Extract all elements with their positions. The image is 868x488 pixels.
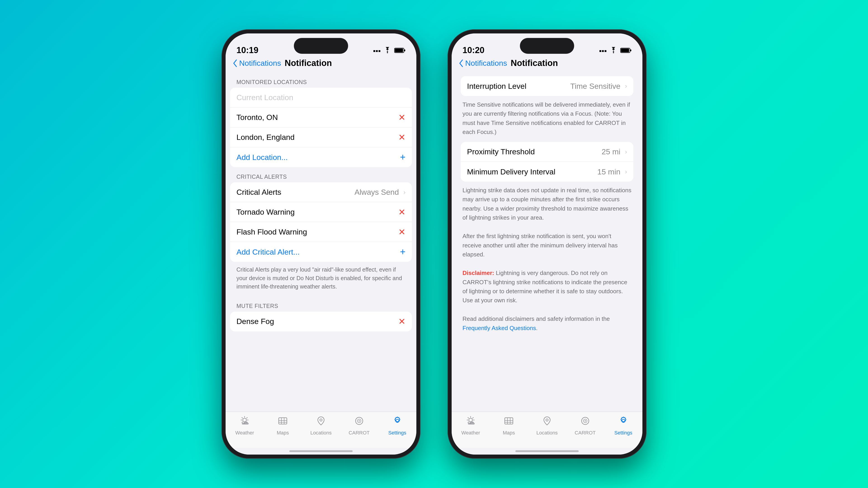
tab-carrot-label-1: CARROT [348, 430, 370, 436]
delivery-desc1-text: Lightning strike data does not update in… [463, 187, 631, 221]
tab-locations-2[interactable]: Locations [528, 416, 566, 436]
delete-toronto-btn[interactable]: ✕ [398, 112, 405, 123]
home-bar-2 [515, 450, 579, 452]
add-critical-icon[interactable]: + [400, 247, 405, 257]
svg-point-41 [546, 419, 548, 421]
tab-maps-2[interactable]: Maps [490, 416, 528, 436]
delete-flash-flood-btn[interactable]: ✕ [398, 227, 405, 237]
svg-rect-26 [621, 48, 629, 52]
dense-fog-label: Dense Fog [237, 317, 395, 326]
back-button-2[interactable]: Notifications [459, 59, 507, 68]
maps-icon-1 [278, 416, 288, 428]
tab-settings-2[interactable]: Settings [604, 416, 643, 436]
list-item-critical-alerts[interactable]: Critical Alerts Always Send › [230, 182, 412, 202]
back-label-1: Notifications [239, 59, 281, 68]
tab-carrot-1[interactable]: CARROT [340, 416, 378, 436]
carrot-icon-2 [580, 416, 590, 428]
tab-bar-2: Weather Maps Locations CARROT [452, 412, 643, 448]
svg-point-21 [359, 420, 360, 422]
add-location-icon[interactable]: + [400, 152, 405, 163]
monitored-locations-header: MONITORED LOCATIONS [225, 72, 416, 88]
delivery-chevron: › [625, 168, 627, 175]
home-bar-1 [289, 450, 352, 452]
faq-link[interactable]: Frequently Asked Questions [463, 325, 536, 331]
phone-2: 10:20 ▪▪▪ Notifications Notification [447, 29, 647, 459]
list-item-current-location[interactable]: Current Location [230, 88, 412, 107]
delete-tornado-btn[interactable]: ✕ [398, 207, 405, 217]
tab-maps-1[interactable]: Maps [264, 416, 302, 436]
list-item-dense-fog[interactable]: Dense Fog ✕ [230, 312, 412, 331]
phone-1-screen: 10:19 ▪▪▪ Notifications Notification [225, 33, 416, 455]
content-1: MONITORED LOCATIONS Current Location Tor… [225, 72, 416, 412]
battery-icon-1 [394, 47, 405, 55]
monitored-locations-group: Current Location Toronto, ON ✕ London, E… [230, 88, 412, 167]
list-item-proximity[interactable]: Proximity Threshold 25 mi › [461, 142, 633, 162]
svg-point-23 [613, 52, 614, 53]
tab-carrot-2[interactable]: CARROT [566, 416, 604, 436]
critical-alerts-group: Critical Alerts Always Send › Tornado Wa… [230, 182, 412, 262]
svg-point-18 [320, 419, 322, 421]
status-icons-2: ▪▪▪ [599, 47, 631, 55]
list-item-interruption[interactable]: Interruption Level Time Sensitive › [461, 76, 633, 96]
tab-locations-1[interactable]: Locations [302, 416, 340, 436]
svg-rect-3 [395, 48, 403, 52]
list-item-london[interactable]: London, England ✕ [230, 127, 412, 147]
phone-2-screen: 10:20 ▪▪▪ Notifications Notification [452, 33, 643, 455]
list-item-flash-flood[interactable]: Flash Flood Warning ✕ [230, 222, 412, 242]
locations-icon-2 [542, 416, 552, 428]
list-item-add-critical[interactable]: Add Critical Alert... + [230, 242, 412, 262]
nav-title-2: Notification [510, 58, 558, 68]
london-label: London, England [237, 133, 395, 142]
delivery-description-1: Lightning strike data does not update in… [452, 182, 643, 228]
mute-filters-header: MUTE FILTERS [225, 296, 416, 312]
svg-line-11 [247, 418, 247, 418]
flash-flood-label: Flash Flood Warning [237, 228, 395, 236]
back-button-1[interactable]: Notifications [233, 59, 281, 68]
home-indicator-1 [225, 448, 416, 455]
add-critical-label: Add Critical Alert... [237, 248, 396, 256]
interruption-group: Interruption Level Time Sensitive › [456, 76, 638, 96]
svg-rect-2 [404, 50, 405, 51]
interruption-description: Time Sensitive notifications will be del… [452, 96, 643, 142]
list-item-tornado[interactable]: Tornado Warning ✕ [230, 202, 412, 222]
svg-point-0 [387, 52, 388, 53]
proximity-group: Proximity Threshold 25 mi › Minimum Deli… [456, 142, 638, 182]
carrot-icon-1 [354, 416, 364, 428]
weather-icon-2 [466, 416, 475, 428]
delivery-description-2: After the first lightning strike notific… [452, 228, 643, 264]
wifi-icon-2 [610, 47, 618, 55]
tornado-label: Tornado Warning [237, 207, 395, 217]
svg-rect-36 [505, 418, 513, 424]
signal-icon-2: ▪▪▪ [599, 47, 607, 55]
svg-point-4 [243, 418, 246, 422]
list-item-toronto[interactable]: Toronto, ON ✕ [230, 107, 412, 127]
delivery-desc2-text: After the first lightning strike notific… [463, 233, 618, 258]
dynamic-island-1 [294, 38, 348, 54]
tab-settings-1[interactable]: Settings [378, 416, 416, 436]
tab-weather-2[interactable]: Weather [452, 416, 490, 436]
proximity-chevron: › [625, 148, 627, 156]
weather-icon-1 [240, 416, 250, 428]
add-location-label: Add Location... [237, 153, 396, 162]
delivery-label: Minimum Delivery Interval [467, 167, 597, 176]
tab-locations-label-1: Locations [310, 430, 332, 436]
nav-title-1: Notification [285, 58, 332, 68]
nav-bar-2: Notifications Notification [452, 58, 643, 72]
tab-maps-label-2: Maps [503, 430, 515, 436]
svg-line-32 [468, 418, 469, 418]
interruption-value: Time Sensitive [570, 82, 620, 91]
delivery-faq: Read additional disclaimers and safety i… [452, 310, 643, 338]
tab-weather-1[interactable]: Weather [225, 416, 264, 436]
disclaimer-prefix: Disclaimer: [463, 269, 494, 276]
proximity-label: Proximity Threshold [467, 147, 602, 156]
settings-icon-1 [393, 416, 402, 428]
tab-bar-1: Weather Maps Locations CARROT [225, 412, 416, 448]
svg-point-44 [585, 420, 586, 422]
delete-dense-fog-btn[interactable]: ✕ [398, 317, 405, 326]
list-item-delivery[interactable]: Minimum Delivery Interval 15 min › [461, 162, 633, 182]
tab-maps-label-1: Maps [277, 430, 289, 436]
delete-london-btn[interactable]: ✕ [398, 132, 405, 142]
tab-weather-label-1: Weather [235, 430, 254, 436]
list-item-add-location[interactable]: Add Location... + [230, 147, 412, 167]
interruption-label: Interruption Level [467, 82, 570, 91]
